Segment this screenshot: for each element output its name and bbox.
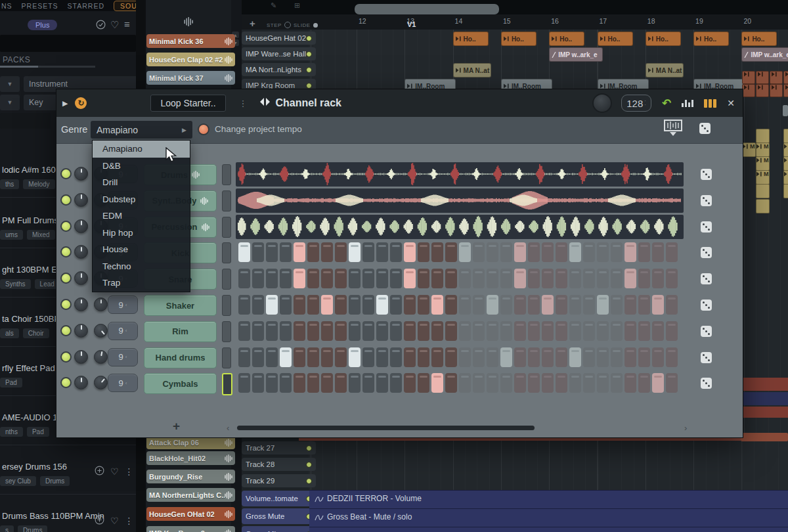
automation-clip[interactable]: Gross Beat - Mix level <box>309 527 788 532</box>
mini-clip[interactable] <box>756 184 770 198</box>
mini-clip[interactable]: M..p <box>756 143 770 157</box>
step-button[interactable] <box>418 242 429 262</box>
step-button[interactable] <box>280 242 292 262</box>
step-button[interactable] <box>294 269 305 288</box>
step-button[interactable] <box>404 347 416 367</box>
step-button[interactable] <box>473 269 485 288</box>
tempo-toggle-led[interactable] <box>198 123 209 135</box>
step-button[interactable] <box>652 269 664 288</box>
add-circle-icon[interactable] <box>95 466 104 477</box>
clip-strip[interactable] <box>741 392 788 405</box>
step-button[interactable] <box>349 295 361 315</box>
mixer-target-box[interactable]: 9‹ <box>108 374 138 392</box>
step-button[interactable] <box>362 242 374 262</box>
channel-dice-icon[interactable] <box>701 221 712 233</box>
step-button[interactable] <box>280 373 292 393</box>
mini-clip[interactable] <box>756 129 770 143</box>
track-header[interactable]: HouseGen Hat 02 <box>242 32 316 45</box>
step-button[interactable] <box>431 242 443 262</box>
step-button[interactable] <box>556 373 567 393</box>
step-button[interactable] <box>624 373 636 393</box>
step-button[interactable] <box>652 242 664 262</box>
step-button[interactable] <box>569 269 581 288</box>
tag-chip[interactable]: Pad <box>27 427 49 437</box>
playlist-clip[interactable]: MA N..at <box>453 63 491 78</box>
step-button[interactable] <box>266 242 278 262</box>
channel-volume-knob[interactable] <box>94 376 108 389</box>
picker-item[interactable]: Burgundy_Rise <box>146 470 235 483</box>
step-button[interactable] <box>473 347 485 367</box>
step-button[interactable] <box>280 295 292 315</box>
genre-dropdown[interactable]: Amapiano▶ <box>91 121 192 139</box>
stats-icon[interactable] <box>682 100 693 107</box>
tag-chip[interactable]: s <box>0 525 14 532</box>
step-button[interactable] <box>376 295 388 315</box>
step-button[interactable] <box>294 347 305 367</box>
step-button[interactable] <box>445 242 457 262</box>
step-button[interactable] <box>238 373 250 393</box>
mini-clip[interactable] <box>783 129 788 143</box>
step-button[interactable] <box>376 373 388 393</box>
step-button[interactable] <box>597 295 609 315</box>
step-button[interactable] <box>528 269 540 288</box>
step-button[interactable] <box>500 373 512 393</box>
step-button[interactable] <box>542 242 554 262</box>
step-button[interactable] <box>349 373 361 393</box>
step-button[interactable] <box>307 347 319 367</box>
step-button[interactable] <box>376 321 388 341</box>
mini-clip[interactable]: M..p <box>742 143 756 157</box>
channel-enable-led[interactable] <box>60 194 72 206</box>
browser-tab-ns[interactable]: NS <box>1 2 12 10</box>
filter-mini-dropdown[interactable]: ▼ <box>0 76 20 92</box>
step-button[interactable] <box>404 269 416 288</box>
close-icon[interactable]: ✕ <box>727 98 735 108</box>
step-button[interactable] <box>638 269 650 288</box>
channel-dice-icon[interactable] <box>701 299 712 311</box>
step-button[interactable] <box>542 347 554 367</box>
slide-radio-icon[interactable] <box>313 23 318 28</box>
tag-chip[interactable]: ths <box>0 179 19 189</box>
step-button[interactable] <box>335 242 347 262</box>
tag-chip[interactable]: Drums <box>18 525 47 532</box>
step-slide-toggle[interactable]: STEP SLIDE <box>267 22 318 28</box>
step-button[interactable] <box>390 347 402 367</box>
layout-columns-icon[interactable] <box>704 99 716 108</box>
channel-enable-led[interactable] <box>60 325 72 336</box>
step-button[interactable] <box>666 347 678 367</box>
step-button[interactable] <box>514 295 526 315</box>
waveform-display[interactable] <box>236 215 684 239</box>
step-button[interactable] <box>542 269 554 288</box>
picker-item[interactable]: HouseGen OHat 02 <box>146 507 235 521</box>
step-button[interactable] <box>652 321 664 341</box>
step-button[interactable] <box>431 295 443 315</box>
mini-clip[interactable] <box>756 71 769 84</box>
step-button[interactable] <box>583 373 595 393</box>
step-button[interactable] <box>362 295 374 315</box>
step-button[interactable] <box>349 242 361 262</box>
step-button[interactable] <box>459 321 471 341</box>
channel-selector[interactable] <box>222 190 231 211</box>
step-button[interactable] <box>542 373 554 393</box>
step-button[interactable] <box>252 242 264 262</box>
step-button[interactable] <box>238 347 250 367</box>
step-button[interactable] <box>514 373 526 393</box>
waveform-display[interactable] <box>236 188 684 213</box>
mixer-target-box[interactable]: 9‹ <box>108 296 138 314</box>
step-button[interactable] <box>500 295 512 315</box>
step-button[interactable] <box>597 347 609 367</box>
channel-button[interactable]: Rim <box>144 321 217 342</box>
step-button[interactable] <box>390 242 402 262</box>
channel-selector[interactable] <box>222 373 232 395</box>
channel-volume-knob[interactable] <box>94 350 108 364</box>
loop-starter-icon[interactable]: ↻ <box>75 97 87 109</box>
step-button[interactable] <box>335 295 347 315</box>
step-button[interactable] <box>294 373 305 393</box>
step-button[interactable] <box>666 373 678 393</box>
kebab-icon[interactable]: ⋮ <box>125 516 134 526</box>
step-button[interactable] <box>307 295 319 315</box>
step-button[interactable] <box>335 373 347 393</box>
step-button[interactable] <box>611 347 623 367</box>
track-header[interactable]: IMP Ware..se Hall <box>242 47 316 60</box>
track-mute-led[interactable] <box>306 51 312 57</box>
channel-enable-led[interactable] <box>60 273 72 284</box>
